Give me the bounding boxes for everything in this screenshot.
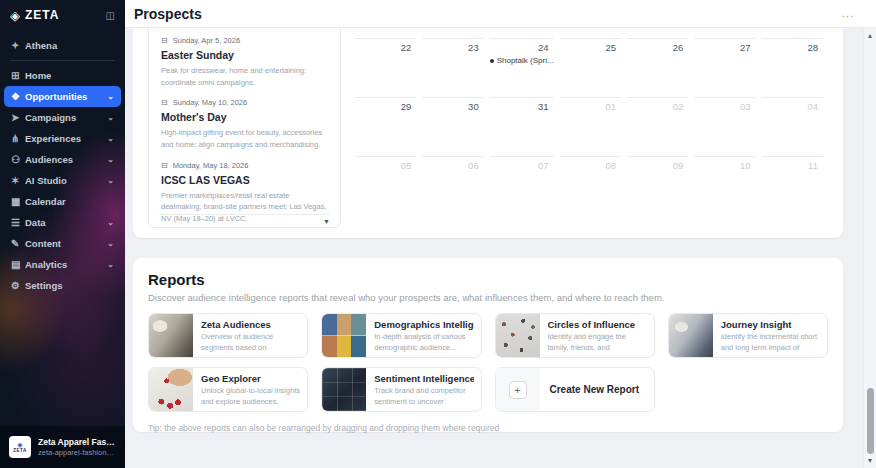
home-icon: ⊞ — [11, 70, 25, 81]
calendar-cell[interactable]: 09 — [627, 156, 688, 215]
calendar-cell[interactable]: 02 — [627, 97, 688, 156]
more-options-icon[interactable]: ... — [842, 11, 854, 15]
calendar-day: 06 — [422, 160, 483, 171]
sidebar-collapse-icon[interactable]: ◫ — [106, 10, 115, 21]
content-icon: ✎ — [11, 238, 25, 249]
report-card-journey-insight[interactable]: Journey Insight Identify the incremental… — [668, 313, 828, 358]
calendar-event-shoptalk[interactable]: Shoptalk (Spri... — [490, 56, 554, 65]
sidebar-item-audiences[interactable]: ⚇ Audiences ⌄ — [4, 149, 121, 170]
calendar-cell[interactable]: 04 — [762, 97, 823, 156]
sidebar-item-athena[interactable]: ✦ Athena — [4, 35, 121, 56]
event-item-mothers-day[interactable]: ⊟ Sunday, May 10, 2026 Mother's Day High… — [161, 98, 328, 150]
calendar-day: 29 — [355, 101, 416, 112]
events-panel: ⊟ Sunday, Apr 5, 2026 Easter Sunday Peak… — [148, 28, 341, 228]
calendar-cell[interactable]: 24 Shoptalk (Spri... — [490, 38, 554, 97]
scroll-down-icon[interactable]: ▼ — [864, 457, 876, 464]
zeta-logo[interactable]: ◈ ZETA — [10, 8, 59, 22]
sidebar-item-calendar[interactable]: ▦ Calendar — [4, 191, 121, 212]
report-description: Track brand and competitor sentiment to … — [374, 386, 473, 409]
calendar-cell[interactable]: 25 — [560, 38, 621, 97]
calendar-day: 09 — [627, 160, 688, 171]
sidebar-item-label: Home — [25, 70, 114, 81]
report-thumbnail — [149, 314, 193, 357]
event-date: Monday, May 18, 2026 — [173, 161, 249, 170]
calendar-cell[interactable]: 26 — [627, 38, 688, 97]
sidebar-item-ai-studio[interactable]: ✶ AI Studio ⌄ — [4, 170, 121, 191]
scroll-up-icon[interactable]: ▲ — [864, 32, 876, 39]
calendar-cell[interactable]: 05 — [355, 156, 416, 215]
sidebar-item-opportunities[interactable]: ❖ Opportunities ⌄ — [4, 86, 121, 107]
event-calendar-icon: ⊟ — [161, 161, 168, 170]
report-thumbnail — [322, 368, 366, 411]
chevron-down-icon: ⌄ — [107, 113, 114, 122]
report-title: Circles of Influence — [548, 319, 647, 330]
calendar-day: 05 — [355, 160, 416, 171]
create-new-report-button[interactable]: + Create New Report — [495, 367, 655, 412]
report-card-geo-explorer[interactable]: Geo Explorer Unlock global-to-local insi… — [148, 367, 308, 412]
calendar-cell[interactable]: 23 — [422, 38, 483, 97]
calendar-cell[interactable]: 07 — [490, 156, 554, 215]
calendar-cell[interactable]: 01 — [560, 97, 621, 156]
calendar-cell[interactable]: 06 — [422, 156, 483, 215]
sidebar-item-settings[interactable]: ⚙ Settings — [4, 275, 121, 296]
event-title: ICSC LAS VEGAS — [161, 174, 328, 186]
scrollbar-thumb[interactable] — [867, 388, 874, 454]
calendar-cell[interactable]: 31 — [490, 97, 554, 156]
sidebar-item-label: Experiences — [25, 133, 107, 144]
calendar-cell[interactable]: 08 — [560, 156, 621, 215]
athena-icon: ✦ — [11, 40, 25, 51]
report-card-zeta-audiences[interactable]: Zeta Audiences Overview of audience segm… — [148, 313, 308, 358]
calendar-cell[interactable]: 03 — [694, 97, 755, 156]
calendar-cell[interactable]: 22 — [355, 38, 416, 97]
sidebar-item-campaigns[interactable]: ➤ Campaigns ⌄ — [4, 107, 121, 128]
report-thumbnail — [149, 368, 193, 411]
account-logo: ◈ ZETA — [9, 436, 31, 458]
calendar-cell[interactable]: 30 — [422, 97, 483, 156]
chevron-down-icon: ⌄ — [107, 155, 114, 164]
report-title: Journey Insight — [721, 319, 820, 330]
calendar-card: ⊟ Sunday, Apr 5, 2026 Easter Sunday Peak… — [133, 28, 843, 238]
calendar-cell[interactable]: 27 — [694, 38, 755, 97]
report-thumbnail — [496, 314, 540, 357]
calendar-cell[interactable]: 10 — [694, 156, 755, 215]
sidebar-item-experiences[interactable]: ⋔ Experiences ⌄ — [4, 128, 121, 149]
calendar-cell[interactable]: 29 — [355, 97, 416, 156]
vertical-scrollbar[interactable]: ▲ ▼ — [863, 28, 876, 468]
sidebar-item-content[interactable]: ✎ Content ⌄ — [4, 233, 121, 254]
report-card-sentiment-intelligence[interactable]: Sentiment Intelligence Track brand and c… — [321, 367, 481, 412]
event-date: Sunday, May 10, 2026 — [173, 98, 248, 107]
report-card-demographics-intelligence[interactable]: Demographics Intelligence In-depth analy… — [321, 313, 481, 358]
page-title: Prospects — [134, 6, 202, 22]
calendar-day: 01 — [560, 101, 621, 112]
chevron-down-icon: ⌄ — [107, 176, 114, 185]
sidebar-item-analytics[interactable]: ▤ Analytics ⌄ — [4, 254, 121, 275]
chevron-down-icon: ⌄ — [107, 239, 114, 248]
sidebar-item-label: Content — [25, 238, 107, 249]
opportunities-icon: ❖ — [11, 91, 25, 102]
report-title: Demographics Intelligence — [374, 319, 473, 330]
account-switcher[interactable]: ◈ ZETA Zeta Apparel Fashion Re... zeta-a… — [0, 426, 125, 468]
calendar-cell[interactable]: 28 — [762, 38, 823, 97]
calendar-day: 27 — [694, 42, 755, 53]
audiences-icon: ⚇ — [11, 154, 25, 165]
calendar-event-label: Shoptalk (Spri... — [497, 56, 554, 65]
report-thumbnail — [669, 314, 713, 357]
reports-tip: Tip: the above reports can also be rearr… — [148, 423, 828, 433]
account-slug: zeta-apparel-fashion-retail-... — [38, 448, 116, 457]
sidebar-item-data[interactable]: ☰ Data ⌄ — [4, 212, 121, 233]
scroll-down-icon[interactable]: ▼ — [323, 218, 330, 225]
event-description: Peak for dresswear, home and entertainin… — [161, 65, 328, 88]
calendar-cell[interactable]: 11 — [762, 156, 823, 215]
sidebar-spacer — [0, 296, 125, 426]
calendar-day: 25 — [560, 42, 621, 53]
event-item-easter[interactable]: ⊟ Sunday, Apr 5, 2026 Easter Sunday Peak… — [161, 36, 328, 88]
report-description: Overview of audience segments based on p… — [201, 332, 300, 355]
event-date: Sunday, Apr 5, 2026 — [173, 36, 240, 45]
sidebar-item-home[interactable]: ⊞ Home — [4, 65, 121, 86]
report-card-circles-of-influence[interactable]: Circles of Influence Identify and engage… — [495, 313, 655, 358]
calendar-day: 30 — [422, 101, 483, 112]
create-report-icon-area: + — [496, 368, 540, 411]
calendar-day: 04 — [762, 101, 823, 112]
calendar-day: 26 — [627, 42, 688, 53]
calendar-day: 28 — [762, 42, 823, 53]
